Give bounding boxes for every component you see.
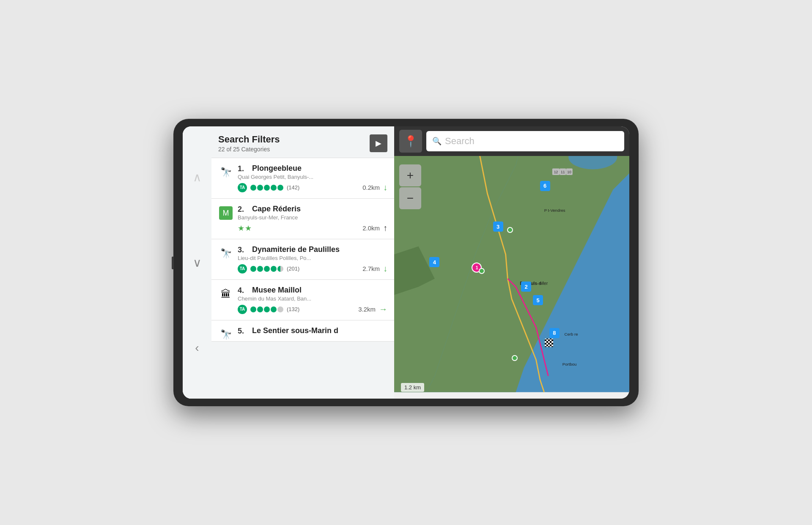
result-address-2: Banyuls-sur-Mer, France [238,214,387,221]
direction-1: ↓ [383,183,387,192]
svg-text:Mer: Mer [540,281,548,286]
search-icon: 🔍 [432,137,442,146]
direction-3: ↓ [383,264,387,273]
rating-dots-4 [250,306,283,312]
result-number-3: 3. [238,246,250,254]
result-number-1: 1. [238,164,250,173]
map-scale: 1.2 km [401,383,424,392]
result-name-4: Musee Maillol [252,286,302,295]
finish-flag-marker [545,339,553,347]
back-arrow[interactable]: ‹ [195,341,199,355]
map-zoom-controls: + − [399,164,421,210]
review-count-1: (142) [287,184,299,191]
review-count-4: (132) [287,306,299,312]
tripadvisor-logo-1: TA [238,183,247,192]
result-info-1: 1. Plongeebleue Quai Georges Petit, Bany… [238,164,387,192]
nav-arrows: ∧ ∨ ‹ [183,126,211,399]
header-text: Search Filters 22 of 25 Categories [218,134,280,153]
result-name-5: Le Sentier sous-Marin d [252,326,338,335]
binoculars-icon-1: 🔭 [218,165,233,180]
tripadvisor-logo-3: TA [238,264,247,273]
museum-icon-4: 🏛 [218,287,233,302]
distance-2: 2.0km [362,224,380,232]
map-header: 📍 🔍 Search [394,126,629,156]
header-arrow-btn[interactable]: ▶ [370,134,387,152]
distance-3: 2.7km [362,265,380,272]
map-marker-4[interactable]: 4 [429,257,439,267]
screen: ∧ ∨ ‹ Search Filters 22 of 25 Categories… [183,126,629,399]
result-number-5: 5. [238,327,250,336]
tripadvisor-logo-4: TA [238,305,247,314]
rating-dots-1 [250,185,283,191]
results-panel: Search Filters 22 of 25 Categories ▶ 🔭 1… [211,126,394,399]
map-marker-6[interactable]: 6 [540,181,550,191]
svg-text:P t-Vendres: P t-Vendres [544,208,565,213]
binoculars-icon-3: 🔭 [218,246,233,261]
result-item-1[interactable]: 🔭 1. Plongeebleue Quai Georges Petit, Ba… [211,158,394,199]
result-name-2: Cape Réderis [252,205,301,213]
review-count-3: (201) [287,265,299,272]
result-name-3: Dynamiterie de Paulilles [252,245,340,254]
direction-4: → [379,304,387,314]
search-placeholder: Search [445,136,475,147]
rating-dots-3 [250,266,283,272]
svg-text:11: 11 [561,170,565,174]
result-info-4: 4. Musee Maillol Chemin du Mas Xatard, B… [238,286,387,314]
garmin-device: GARMIN ∧ ∨ ‹ Search Filters 22 of 25 Cat… [173,119,639,406]
result-address-4: Chemin du Mas Xatard, Ban... [238,295,387,302]
green-dot-1 [507,227,513,233]
results-list: 🔭 1. Plongeebleue Quai Georges Petit, Ba… [211,158,394,399]
svg-text:12: 12 [554,170,558,174]
distance-1: 0.2km [362,184,380,191]
michelin-icon-2: M [218,205,233,221]
direction-2: ↑ [383,223,387,233]
result-address-3: Lieu-dit Paulilles Polilles, Po... [238,255,387,261]
result-item-5[interactable]: 🔭 5. Le Sentier sous-Marin d [211,320,394,342]
distance-4: 3.2km [358,306,376,313]
green-dot-2 [479,268,485,274]
panel-title: Search Filters [218,134,280,145]
result-name-1: Plongeebleue [252,164,302,173]
zoom-in-button[interactable]: + [399,164,421,186]
map-marker-3[interactable]: 3 [493,221,503,232]
result-info-3: 3. Dynamiterie de Paulilles Lieu-dit Pau… [238,245,387,273]
result-meta-1: TA (142) 0.2km ↓ [238,183,387,192]
result-item-2[interactable]: M 2. Cape Réderis Banyuls-sur-Mer, Franc… [211,199,394,239]
location-pin-icon: 📍 [404,135,417,148]
binoculars-icon-5: 🔭 [218,327,233,342]
green-dot-3 [512,355,518,361]
result-number-2: 2. [238,205,250,214]
svg-text:Cerb re: Cerb re [565,332,578,336]
side-button[interactable] [172,257,174,269]
map-marker-5[interactable]: 5 [533,295,543,305]
svg-text:10: 10 [567,170,571,174]
result-meta-2: ★★ 2.0km ↑ [238,223,387,233]
search-bar[interactable]: 🔍 Search [426,131,624,151]
result-item-4[interactable]: 🏛 4. Musee Maillol Chemin du Mas Xatard,… [211,280,394,320]
result-meta-3: TA (201) 2.7km ↓ [238,264,387,273]
scroll-down-arrow[interactable]: ∨ [193,256,202,270]
result-item-3[interactable]: 🔭 3. Dynamiterie de Paulilles Lieu-dit P… [211,239,394,280]
result-info-2: 2. Cape Réderis Banyuls-sur-Mer, France … [238,205,387,233]
map-marker-2[interactable]: 2 [521,282,531,292]
result-number-4: 4. [238,286,250,295]
svg-text:Portbou: Portbou [562,362,577,366]
scale-label: 1.2 km [404,384,421,391]
scroll-up-arrow[interactable]: ∧ [193,170,202,184]
map-marker-8[interactable]: 8 [549,328,560,338]
map-panel: D914 Banyuls-s Mer P t-Vendres Cerb re P… [394,126,629,399]
result-info-5: 5. Le Sentier sous-Marin d [238,326,387,336]
panel-subtitle: 22 of 25 Categories [218,146,280,153]
result-meta-4: TA (132) 3.2km → [238,304,387,314]
panel-header: Search Filters 22 of 25 Categories ▶ [211,126,394,158]
stars-2: ★★ [238,224,252,233]
location-button[interactable]: 📍 [399,130,422,153]
zoom-out-button[interactable]: − [399,187,421,209]
result-address-1: Quai Georges Petit, Banyuls-... [238,174,387,180]
left-panel: ∧ ∨ ‹ Search Filters 22 of 25 Categories… [183,126,394,399]
